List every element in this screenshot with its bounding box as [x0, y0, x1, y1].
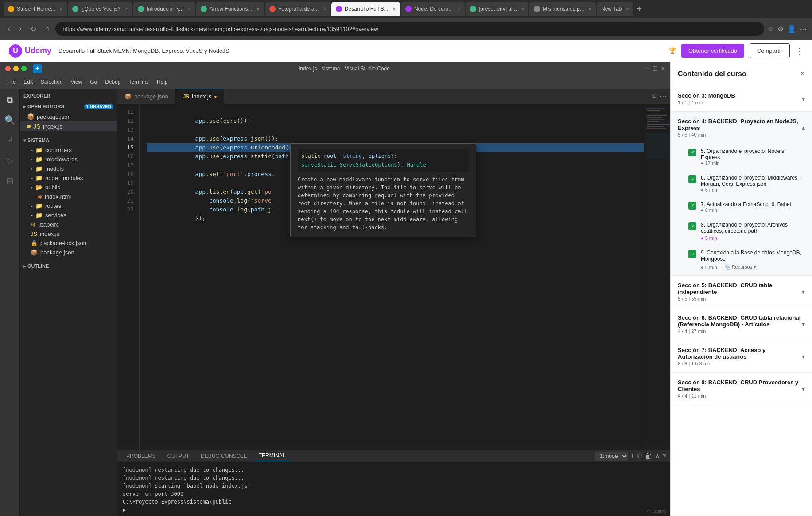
share-button[interactable]: Compartir — [750, 43, 790, 58]
forward-button[interactable]: › — [16, 23, 24, 35]
section-4-title: Sección 4: BACKEND: Proyecto en NodeJS, … — [678, 118, 802, 131]
file-package-lock[interactable]: 🔒 package-lock.json — [20, 238, 117, 248]
panel-up-button[interactable]: ∧ — [655, 452, 660, 461]
lesson-8[interactable]: ✓ 8. Organizando el proyecto: Archivos e… — [671, 217, 812, 245]
split-editor-icon[interactable]: ⧉ — [652, 92, 657, 100]
file-index-html[interactable]: ◈ index.html — [20, 192, 117, 201]
search-activity-icon[interactable]: 🔍 — [2, 112, 18, 128]
panel-close-button[interactable]: × — [663, 452, 667, 461]
folder-services[interactable]: ▸ 📁 services — [20, 211, 117, 220]
output-tab[interactable]: OUTPUT — [162, 451, 194, 461]
section-8-meta: 4 / 4 | 21 min — [678, 393, 802, 399]
tab-packagejson[interactable]: 📦 package.json — [117, 89, 176, 104]
folder-public[interactable]: ▾ 📂 public — [20, 183, 117, 192]
close-traffic-light[interactable] — [5, 66, 11, 71]
menu-go[interactable]: Go — [86, 77, 101, 87]
folder-routes[interactable]: ▸ 📁 routes — [20, 201, 117, 211]
course-close-button[interactable]: × — [800, 69, 805, 78]
reload-button[interactable]: ↻ — [28, 23, 39, 35]
tab-arrow[interactable]: Arrow Functions... × — [196, 2, 264, 16]
trash-terminal-button[interactable]: 🗑 — [645, 452, 652, 461]
tab-vuejs[interactable]: ¿Qué es Vue.js? × — [68, 2, 132, 16]
file-packagejson-label: package.json — [40, 249, 74, 256]
tab-indexjs[interactable]: JS index.js ● — [176, 89, 225, 104]
extensions-icon[interactable]: ⊞ — [4, 173, 16, 189]
section-4-chevron: ▴ — [802, 124, 805, 131]
folder-node-modules[interactable]: ▸ 📁 node_modules — [20, 173, 117, 183]
file-babelrc[interactable]: ⚙ .babelrc — [20, 220, 117, 229]
open-file-index[interactable]: JS index.js — [20, 121, 117, 131]
lesson-6[interactable]: ✓ 6. Organizando el proyecto: Middleware… — [671, 170, 812, 197]
menu-view[interactable]: View — [67, 77, 85, 87]
tab-preset[interactable]: [preset-env] al... × — [466, 2, 528, 16]
section-4-header[interactable]: Sección 4: BACKEND: Proyecto en NodeJS, … — [671, 112, 812, 144]
lesson-9-duration: ● 6 min — [701, 265, 717, 270]
folder-middlewares-icon: 📁 — [35, 156, 43, 163]
lesson-7[interactable]: ✓ 7. Actualizando a EcmaScript 6, Babel … — [671, 197, 812, 217]
lesson-9-resources[interactable]: 📎 Recursos ▾ — [721, 263, 760, 271]
section-5-header[interactable]: Sección 5: BACKEND: CRUD tabla independi… — [671, 276, 812, 308]
file-indexjs[interactable]: JS index.js — [20, 229, 117, 238]
vscode-menu: File Edit Selection View Go Debug Termin… — [0, 75, 670, 89]
tab-desarrollo[interactable]: Desarrollo Full S... × — [331, 2, 400, 16]
tab-mensajes[interactable]: Mis mensajes p... × — [529, 2, 596, 16]
explorer-icon[interactable]: ⧉ — [4, 92, 16, 108]
explorer-header[interactable]: EXPLORER — [20, 90, 117, 101]
problems-tab[interactable]: PROBLEMS — [121, 451, 161, 461]
open-file-package[interactable]: 📦 package.json — [20, 112, 117, 121]
menu-selection[interactable]: Selection — [37, 77, 66, 87]
lesson-6-check: ✓ — [688, 175, 696, 183]
tab-foto[interactable]: Fotografía de a... × — [265, 2, 330, 16]
section-7-header[interactable]: Sección 7: BACKEND: Acceso y Autorizació… — [671, 340, 812, 372]
section-3-header[interactable]: Sección 3: MongoDB 1 / 1 | 4 min ▾ — [671, 86, 812, 111]
bookmark-icon[interactable]: ☆ — [768, 25, 774, 33]
menu-debug[interactable]: Debug — [101, 77, 124, 87]
more-icon[interactable]: ⋯ — [800, 25, 807, 33]
menu-edit[interactable]: Edit — [20, 77, 36, 87]
lesson-5[interactable]: ✓ 5. Organizando el proyecto: Nodejs, Ex… — [671, 144, 812, 170]
open-editors-header[interactable]: ▸ OPEN EDITORS 1 UNSAVED — [20, 101, 117, 112]
more-options-button[interactable]: ⋮ — [795, 46, 803, 56]
vscode-maximize[interactable]: □ — [653, 65, 657, 73]
debug-console-tab[interactable]: DEBUG CONSOLE — [195, 451, 253, 461]
url-input[interactable] — [55, 22, 764, 36]
certificate-button[interactable]: Obtener certificado — [681, 44, 744, 58]
menu-file[interactable]: File — [4, 77, 19, 87]
folder-controllers[interactable]: ▸ 📁 controllers — [20, 145, 117, 155]
sistema-header[interactable]: ▾ SISTEMA — [20, 135, 117, 145]
tab-intro[interactable]: Introducción y... × — [133, 2, 195, 16]
new-terminal-button[interactable]: + — [630, 452, 634, 461]
folder-models[interactable]: ▸ 📁 models — [20, 164, 117, 173]
menu-terminal[interactable]: Terminal — [125, 77, 152, 87]
file-packagejson[interactable]: 📦 package.json — [20, 248, 117, 257]
folder-middlewares[interactable]: ▸ 📁 middlewares — [20, 155, 117, 164]
section-8-header[interactable]: Sección 8: BACKEND: CRUD Proveedores y C… — [671, 373, 812, 405]
udemy-logo-area[interactable]: U Udemy — [9, 44, 51, 58]
tab-student-home[interactable]: Student Home... × — [4, 2, 67, 16]
new-tab-button[interactable]: + — [634, 4, 645, 14]
svg-rect-4 — [647, 117, 662, 118]
menu-help[interactable]: Help — [153, 77, 171, 87]
vscode-minimize[interactable]: ─ — [645, 65, 649, 73]
git-icon[interactable]: ⑂ — [4, 133, 15, 148]
more-editor-icon[interactable]: ⋯ — [660, 92, 667, 101]
extension-icon[interactable]: ⚙ — [777, 25, 784, 33]
home-button[interactable]: ⌂ — [43, 23, 52, 35]
outline-header[interactable]: ▸ OUTLINE — [20, 262, 117, 270]
explorer-label: EXPLORER — [23, 93, 51, 98]
vscode-close[interactable]: × — [661, 65, 665, 73]
tab-newtab[interactable]: New Tab × — [597, 2, 633, 16]
back-button[interactable]: ‹ — [5, 23, 13, 35]
account-icon[interactable]: 👤 — [787, 25, 796, 33]
terminal-tab[interactable]: TERMINAL — [253, 451, 291, 461]
terminal-select[interactable]: 1: node — [595, 452, 628, 461]
debug-activity-icon[interactable]: ▷ — [4, 152, 16, 168]
minimize-traffic-light[interactable] — [13, 66, 19, 71]
lesson-9[interactable]: ✓ 9. Conexión a la Base de datos MongoDB… — [671, 245, 812, 275]
maximize-traffic-light[interactable] — [21, 66, 27, 71]
section-6-header[interactable]: Sección 6: BACKEND: CRUD tabla relaciona… — [671, 308, 812, 340]
vscode-icon: ✦ — [33, 64, 42, 73]
tab-node[interactable]: Node: De cero... × — [401, 2, 465, 16]
split-terminal-button[interactable]: ⧉ — [637, 452, 642, 461]
folder-routes-label: routes — [45, 203, 61, 209]
